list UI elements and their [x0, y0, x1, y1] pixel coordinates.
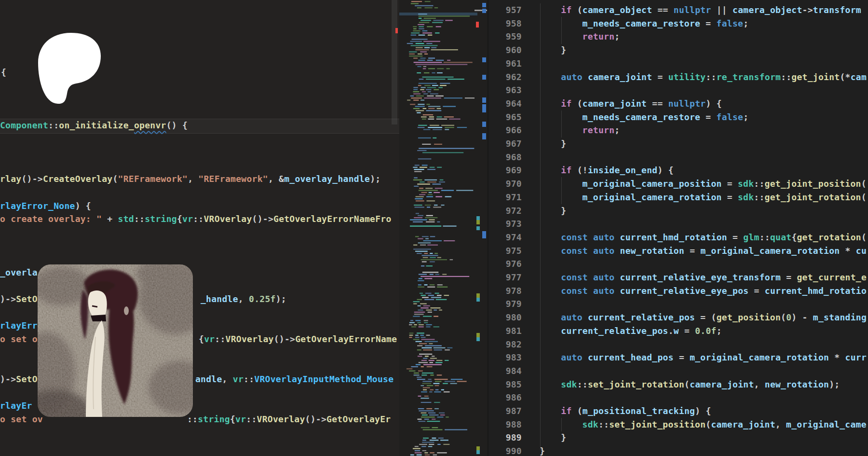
line-number[interactable]: 980 — [492, 311, 522, 324]
line-number[interactable]: 961 — [492, 57, 522, 70]
code-line-967[interactable]: } — [561, 137, 566, 151]
line-number[interactable]: 979 — [492, 297, 522, 311]
code-token: ; — [614, 125, 620, 135]
line-number[interactable]: 957 — [492, 3, 522, 17]
error-marker — [395, 28, 398, 33]
line-number[interactable]: 983 — [492, 351, 522, 364]
code-line-975[interactable]: const auto new_rotation = m_original_cam… — [561, 244, 867, 258]
line-number[interactable]: 985 — [492, 378, 522, 391]
code-token: ()-> — [21, 174, 42, 184]
code-token: ( — [705, 419, 711, 429]
code-line-977[interactable]: const auto current_relative_eye_transfor… — [561, 271, 867, 284]
code-token: rlayError_None — [0, 201, 75, 211]
indent-guide — [561, 111, 562, 138]
line-number[interactable]: 982 — [492, 338, 522, 351]
left-code-line[interactable]: o create overlay: " + std::string{vr::VR… — [0, 212, 399, 226]
line-number[interactable]: 964 — [492, 97, 522, 111]
line-number[interactable]: 986 — [492, 391, 522, 404]
code-line-974[interactable]: const auto current_hmd_rotation = glm::q… — [561, 231, 867, 244]
line-number[interactable]: 987 — [492, 404, 522, 418]
code-line-983[interactable]: auto current_head_pos = m_original_camer… — [561, 351, 867, 364]
line-number[interactable]: 984 — [492, 364, 522, 378]
code-line-971[interactable]: m_original_camera_rotation = sdk::get_jo… — [583, 191, 867, 204]
line-number[interactable]: 988 — [492, 418, 522, 431]
line-number[interactable]: 981 — [492, 324, 522, 338]
left-code-line[interactable]: Component::on_initialize_openvr() { — [0, 119, 399, 132]
code-token: std — [118, 214, 134, 224]
line-number[interactable]: 959 — [492, 30, 522, 43]
minimap[interactable] — [399, 0, 477, 456]
left-code-line[interactable]: rlayError_None) { — [0, 199, 399, 213]
code-token: GetOverlayEr — [326, 414, 391, 424]
code-line-958[interactable]: m_needs_camera_restore = false; — [583, 17, 749, 30]
code-token — [588, 232, 593, 242]
line-number[interactable]: 973 — [492, 217, 522, 231]
modified-line-marker — [482, 122, 486, 127]
line-number[interactable]: 976 — [492, 257, 522, 271]
line-number[interactable]: 962 — [492, 70, 522, 84]
line-number[interactable]: 971 — [492, 191, 522, 204]
line-number[interactable]: 963 — [492, 83, 522, 97]
line-number[interactable]: 975 — [492, 244, 522, 258]
line-number[interactable]: 990 — [492, 444, 522, 456]
code-line-959[interactable]: return; — [583, 30, 620, 43]
line-number[interactable]: 970 — [492, 177, 522, 191]
line-number[interactable]: 965 — [492, 111, 522, 124]
code-line-970[interactable]: m_original_camera_position = sdk::get_jo… — [583, 177, 867, 191]
code-token: ( — [572, 5, 583, 15]
code-token — [614, 272, 620, 282]
minimap-change-marker — [476, 450, 480, 454]
modified-line-marker — [482, 57, 486, 62]
code-token: = — [781, 272, 797, 282]
line-number[interactable]: 989 — [492, 431, 522, 444]
line-number[interactable]: 972 — [492, 204, 522, 218]
line-number[interactable]: 978 — [492, 284, 522, 298]
line-number[interactable]: 958 — [492, 17, 522, 30]
code-line-960[interactable]: } — [561, 43, 566, 57]
code-line-965[interactable]: m_needs_camera_restore = false; — [583, 111, 749, 124]
code-token: :: — [244, 374, 254, 384]
code-line-966[interactable]: return; — [583, 124, 620, 137]
code-token: return — [583, 125, 615, 135]
code-line-962[interactable]: auto camera_joint = utility::re_transfor… — [561, 70, 867, 84]
scrollbar-slider[interactable] — [392, 0, 397, 124]
code-line-964[interactable]: if (camera_joint == nullptr) { — [561, 97, 722, 111]
left-code-line[interactable]: rlay()->CreateOverlay("REFramework", "RE… — [0, 172, 399, 186]
code-line-978[interactable]: const auto current_relative_eye_pos = cu… — [561, 284, 867, 298]
modified-line-marker — [482, 231, 486, 238]
code-token: = — [674, 352, 690, 362]
line-number[interactable]: 967 — [492, 137, 522, 151]
code-line-989[interactable]: } — [561, 431, 566, 444]
line-number[interactable]: 969 — [492, 164, 522, 177]
code-line-981[interactable]: current_relative_pos.w = 0.0f; — [561, 324, 722, 338]
code-token: . — [668, 326, 674, 336]
line-number[interactable]: 974 — [492, 231, 522, 244]
line-number[interactable]: 960 — [492, 43, 522, 57]
line-number[interactable]: 966 — [492, 124, 522, 137]
minimap-change-marker — [476, 333, 480, 337]
code-line-988[interactable]: sdk::set_joint_position(camera_joint, m_… — [583, 418, 867, 431]
code-token: ; — [614, 31, 620, 41]
line-number[interactable]: 968 — [492, 151, 522, 164]
code-token: * — [840, 246, 855, 256]
code-token: w — [674, 326, 679, 336]
left-editor-scrollbar[interactable] — [392, 0, 397, 456]
code-token — [588, 272, 593, 282]
code-line-987[interactable]: if (m_positional_tracking) { — [561, 404, 711, 418]
code-line-972[interactable]: } — [561, 204, 566, 218]
code-token: { — [230, 414, 235, 424]
code-line-969[interactable]: if (!inside_on_end) { — [561, 164, 673, 177]
code-token: sdk — [738, 192, 754, 202]
code-line-985[interactable]: sdk::set_joint_rotation(camera_joint, ne… — [561, 378, 840, 391]
code-token — [583, 312, 588, 322]
code-token: o set o — [0, 334, 38, 344]
code-line-980[interactable]: auto current_relative_pos = (get_positio… — [561, 311, 867, 324]
code-token: = — [722, 192, 738, 202]
code-token — [588, 286, 593, 296]
code-line-957[interactable]: if (camera_object == nullptr || camera_o… — [561, 3, 861, 17]
code-token: auto — [593, 272, 614, 282]
line-number[interactable]: 977 — [492, 271, 522, 284]
code-token: :: — [48, 120, 59, 130]
code-token: = — [722, 179, 738, 189]
code-token: * — [829, 352, 845, 362]
